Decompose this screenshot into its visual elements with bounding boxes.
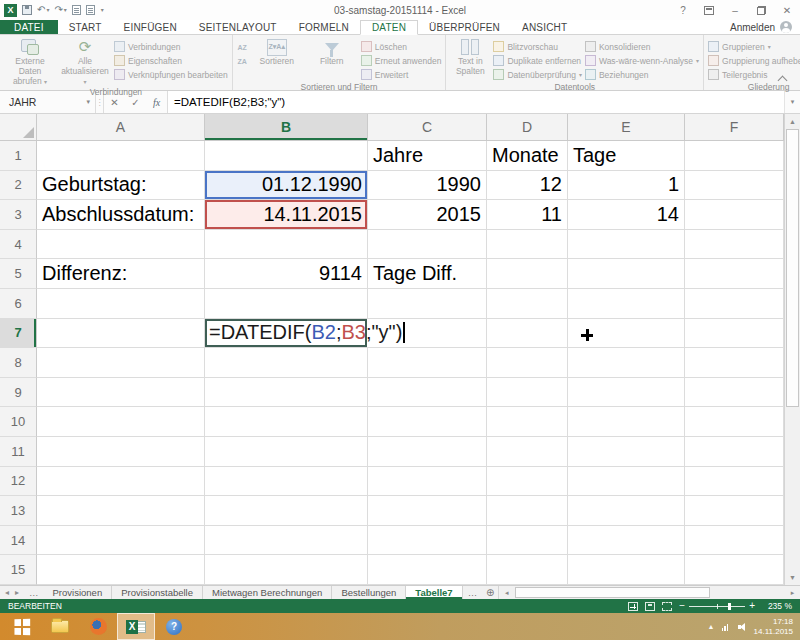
redo-button[interactable]: ↷▾ — [54, 5, 66, 15]
form-button[interactable] — [86, 5, 95, 15]
cell-D4[interactable] — [487, 230, 568, 260]
cell-E8[interactable] — [568, 348, 685, 378]
cell-F15[interactable] — [685, 555, 784, 585]
cell-D2[interactable]: 12 — [487, 171, 568, 201]
horizontal-scroll-thumb[interactable] — [515, 587, 710, 598]
normal-view-icon[interactable] — [628, 602, 638, 611]
row-header-9[interactable]: 9 — [0, 378, 37, 408]
cell-F3[interactable] — [685, 200, 784, 230]
cell-C11[interactable] — [368, 437, 487, 467]
cell-B14[interactable] — [205, 526, 368, 556]
cell-E4[interactable] — [568, 230, 685, 260]
vertical-scroll-track[interactable] — [785, 129, 800, 570]
cell-A4[interactable] — [37, 230, 205, 260]
cell-D12[interactable] — [487, 467, 568, 497]
cell-A12[interactable] — [37, 467, 205, 497]
cell-C8[interactable] — [368, 348, 487, 378]
datenueberpruefung-button[interactable]: Datenüberprüfung▾ — [493, 68, 582, 81]
sortieren-button[interactable]: Z▾A▴ Sortieren — [251, 37, 303, 67]
cell-E15[interactable] — [568, 555, 685, 585]
row-header-2[interactable]: 2 — [0, 171, 37, 201]
cell-A14[interactable] — [37, 526, 205, 556]
cell-E9[interactable] — [568, 378, 685, 408]
cell-A13[interactable] — [37, 496, 205, 526]
tab-seitenlayout[interactable]: SEITENLAYOUT — [188, 20, 288, 34]
tab-ueberpruefen[interactable]: ÜBERPRÜFEN — [418, 20, 511, 34]
cell-D3[interactable]: 11 — [487, 200, 568, 230]
firefox-button[interactable] — [79, 613, 117, 640]
cell-F9[interactable] — [685, 378, 784, 408]
sheet-tab-provisionen[interactable]: Provisionen — [44, 586, 113, 599]
network-icon[interactable] — [722, 623, 731, 631]
expand-formula-bar-icon[interactable]: ▾ — [784, 91, 800, 113]
cell-F14[interactable] — [685, 526, 784, 556]
cell-C15[interactable] — [368, 555, 487, 585]
sheet-tab-overflow-left[interactable]: … — [24, 586, 44, 599]
row-header-11[interactable]: 11 — [0, 437, 37, 467]
tab-start[interactable]: START — [58, 20, 113, 34]
cell-A3[interactable]: Abschlussdatum: — [37, 200, 205, 230]
column-header-E[interactable]: E — [568, 114, 685, 141]
cell-E12[interactable] — [568, 467, 685, 497]
tab-einfuegen[interactable]: EINFÜGEN — [113, 20, 188, 34]
help-button[interactable]: ? — [670, 0, 696, 20]
cell-B15[interactable] — [205, 555, 368, 585]
zoom-slider[interactable] — [689, 606, 745, 607]
cell-F7[interactable] — [685, 319, 784, 349]
sort-descending-button[interactable]: ZA — [237, 55, 248, 67]
preview-button[interactable] — [72, 5, 81, 15]
cell-F13[interactable] — [685, 496, 784, 526]
zoom-slider-thumb[interactable] — [728, 603, 731, 610]
alle-aktualisieren-button[interactable]: ⟳ Alle aktualisieren ▾ — [59, 37, 111, 86]
cell-A10[interactable] — [37, 407, 205, 437]
cell-C4[interactable] — [368, 230, 487, 260]
cell-A6[interactable] — [37, 289, 205, 319]
sheet-tab-provisionstabelle[interactable]: Provisionstabelle — [112, 586, 203, 599]
cell-B8[interactable] — [205, 348, 368, 378]
next-sheet-icon[interactable]: ▸ — [15, 588, 19, 597]
cell-A5[interactable]: Differenz: — [37, 259, 205, 289]
cell-C6[interactable] — [368, 289, 487, 319]
tab-daten[interactable]: DATEN — [360, 20, 418, 35]
cell-E1[interactable]: Tage — [568, 141, 685, 171]
cell-B3[interactable]: 14.11.2015 — [205, 200, 368, 230]
scroll-right-icon[interactable]: ▸ — [785, 586, 800, 599]
loeschen-button[interactable]: Löschen — [361, 40, 442, 53]
undo-button[interactable]: ↶▾ — [37, 5, 49, 15]
customize-qat-button[interactable]: ▾ — [100, 7, 104, 13]
verbindungen-button[interactable]: Verbindungen — [114, 40, 228, 53]
sort-ascending-button[interactable]: AZ — [237, 41, 248, 53]
chevron-down-icon[interactable]: ▾ — [64, 7, 67, 13]
cell-F12[interactable] — [685, 467, 784, 497]
zoom-in-icon[interactable]: + — [749, 601, 755, 611]
cell-F1[interactable] — [685, 141, 784, 171]
cell-E6[interactable] — [568, 289, 685, 319]
cell-D1[interactable]: Monate — [487, 141, 568, 171]
cell-B9[interactable] — [205, 378, 368, 408]
cell-D11[interactable] — [487, 437, 568, 467]
cell-D5[interactable] — [487, 259, 568, 289]
beziehungen-button[interactable]: Beziehungen — [585, 68, 699, 81]
cell-B1[interactable] — [205, 141, 368, 171]
konsolidieren-button[interactable]: Konsolidieren — [585, 40, 699, 53]
vertical-scrollbar[interactable]: ▲ ▼ — [784, 114, 800, 585]
cell-B5[interactable]: 9114 — [205, 259, 368, 289]
select-all-corner[interactable] — [0, 114, 37, 141]
cell-A7[interactable] — [37, 319, 205, 349]
row-header-6[interactable]: 6 — [0, 289, 37, 319]
cell-formula-editor[interactable]: =DATEDIF(B2;B3;"y") — [205, 319, 409, 348]
ribbon-display-options-button[interactable] — [696, 0, 722, 20]
cell-C14[interactable] — [368, 526, 487, 556]
cell-B11[interactable] — [205, 437, 368, 467]
cell-E13[interactable] — [568, 496, 685, 526]
new-sheet-icon[interactable]: ⊕ — [482, 586, 498, 599]
column-header-B[interactable]: B — [205, 114, 368, 141]
gruppieren-button[interactable]: Gruppieren▾ — [708, 40, 800, 53]
zoom-out-icon[interactable]: − — [679, 601, 685, 611]
tab-ansicht[interactable]: ANSICHT — [511, 20, 578, 34]
row-header-8[interactable]: 8 — [0, 348, 37, 378]
eigenschaften-button[interactable]: Eigenschaften — [114, 54, 228, 67]
sheet-tab-bestellungen[interactable]: Bestellungen — [332, 586, 406, 599]
cell-B12[interactable] — [205, 467, 368, 497]
scroll-left-icon[interactable]: ◂ — [499, 586, 514, 599]
